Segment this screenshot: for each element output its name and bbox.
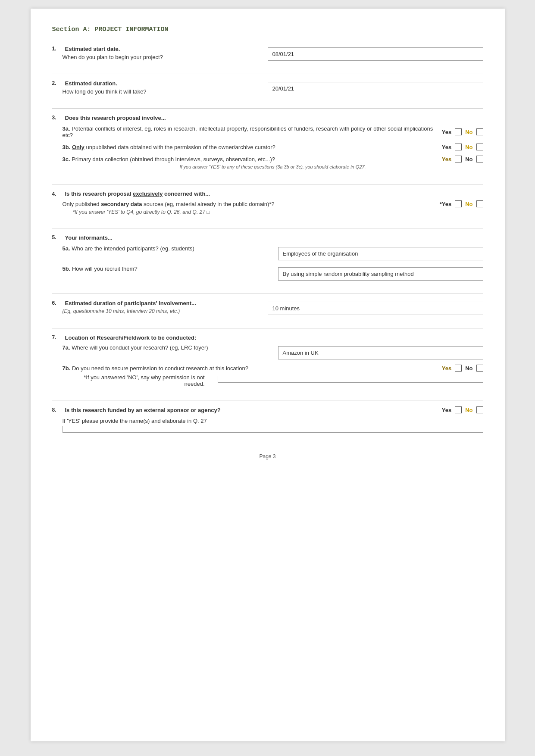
q3c-yes-label: Yes (442, 156, 451, 162)
q4-star-note: *If you answer 'YES' to Q4, go directly … (73, 209, 483, 215)
q2-label: How long do you think it will take? (63, 88, 259, 95)
q3c-text: 3c. Primary data collection (obtained th… (63, 156, 433, 162)
q7b-yes-label: Yes (442, 365, 451, 372)
q3a-no-label: No (465, 129, 472, 135)
question-8: 8. Is this research funded by an externa… (52, 406, 483, 436)
q3b-no-checkbox[interactable] (476, 144, 483, 150)
q5a-block: 5a. Who are the intended participants? (… (63, 245, 483, 260)
q8-yn: Yes No (442, 406, 483, 413)
q3c-block: 3c. Primary data collection (obtained th… (63, 156, 483, 169)
question-7: 7. Location of Research/Fieldwork to be … (52, 334, 483, 390)
q8-sub-note: If 'YES' please provide the name(s) and … (63, 418, 483, 424)
q8-yes-label: Yes (442, 407, 451, 413)
q3b-yes-label: Yes (442, 144, 451, 150)
q5b-input[interactable]: By using simple random probability sampl… (278, 267, 483, 281)
q4-title: Is this research proposal exclusively co… (65, 191, 210, 197)
question-4: 4. Is this research proposal exclusively… (52, 191, 483, 219)
q8-title: Is this research funded by an external s… (65, 407, 433, 413)
q7a-text: 7a. Where will you conduct your research… (63, 344, 208, 351)
question-6: 6. Estimated duration of participants' i… (52, 300, 483, 319)
q3b-yes-checkbox[interactable] (455, 144, 462, 150)
q8-no-label: No (465, 407, 472, 413)
q3-number: 3. (52, 115, 62, 121)
q4-text: Only published secondary data sources (e… (63, 201, 431, 207)
q7a-input[interactable]: Amazon in UK (278, 346, 483, 359)
page-footer: Page 3 (52, 453, 483, 459)
q3c-no-checkbox[interactable] (476, 156, 483, 162)
q4-no-checkbox[interactable] (476, 200, 483, 207)
q7b-no-label: No (465, 365, 472, 372)
q8-input[interactable] (63, 426, 483, 433)
question-1: 1. Estimated start date. When do you pla… (52, 46, 483, 64)
q1-title: Estimated start date. (65, 46, 120, 52)
q4-no-label: No (465, 201, 472, 207)
q3-title: Does this research proposal involve... (65, 115, 166, 121)
q7b-yn: Yes No (442, 365, 483, 372)
q3b-yn: Yes No (442, 144, 483, 150)
q6-number: 6. (52, 300, 62, 306)
q6-sub: (Eg, questionnaire 10 mins, Interview 20… (63, 308, 259, 314)
question-5: 5. Your informants... 5a. Who are the in… (52, 234, 483, 284)
q5a-text: 5a. Who are the intended participants? (… (63, 245, 194, 252)
q7b-no-checkbox[interactable] (476, 365, 483, 372)
q7b-sub-note: *If you answered 'NO', say why permissio… (63, 374, 209, 387)
q3a-yn: Yes No (442, 128, 483, 135)
q5-number: 5. (52, 234, 62, 241)
q3a-block: 3a. Potential conflicts of interest, eg.… (63, 125, 483, 138)
q1-label: When do you plan to begin your project? (63, 54, 259, 60)
q7-title: Location of Research/Fieldwork to be con… (65, 334, 197, 341)
q3c-yn: Yes No (442, 156, 483, 162)
q2-number: 2. (52, 80, 62, 86)
q3c-yes-checkbox[interactable] (455, 156, 462, 162)
q7b-text: 7b. Do you need to secure permission to … (63, 365, 433, 372)
q5-title: Your informants... (65, 234, 113, 241)
q3b-text: 3b. Only unpublished data obtained with … (63, 144, 433, 150)
question-3: 3. Does this research proposal involve..… (52, 115, 483, 175)
q7b-yes-checkbox[interactable] (455, 365, 462, 372)
q3c-no-label: No (465, 156, 472, 162)
question-2: 2. Estimated duration. How long do you t… (52, 80, 483, 99)
q5b-block: 5b. How will you recruit them? By using … (63, 266, 483, 281)
q3c-note: If you answer 'YES' to any of these ques… (63, 164, 483, 169)
q7b-input[interactable] (218, 376, 483, 383)
q4-number: 4. (52, 191, 62, 197)
q2-input[interactable]: 20/01/21 (268, 82, 483, 95)
q7-number: 7. (52, 334, 62, 341)
q3b-no-label: No (465, 144, 472, 150)
q3a-yes-checkbox[interactable] (455, 128, 462, 135)
q1-input[interactable]: 08/01/21 (268, 47, 483, 61)
page: Section A: PROJECT INFORMATION 1. Estima… (31, 9, 505, 741)
q4-yn: *Yes No (440, 200, 483, 207)
q3a-no-checkbox[interactable] (476, 128, 483, 135)
q2-title: Estimated duration. (65, 80, 117, 87)
q8-number: 8. (52, 407, 62, 413)
section-title: Section A: PROJECT INFORMATION (52, 26, 483, 36)
q1-number: 1. (52, 46, 62, 52)
q4-yes-label: *Yes (440, 201, 451, 207)
q7a-block: 7a. Where will you conduct your research… (63, 344, 483, 359)
q8-yes-checkbox[interactable] (455, 406, 462, 413)
q4-yes-checkbox[interactable] (455, 200, 462, 207)
q3b-block: 3b. Only unpublished data obtained with … (63, 144, 483, 150)
q5a-input[interactable]: Employees of the organisation (278, 247, 483, 260)
q7b-block: 7b. Do you need to secure permission to … (63, 365, 483, 387)
q3a-text: 3a. Potential conflicts of interest, eg.… (63, 125, 433, 138)
q3a-yes-label: Yes (442, 129, 451, 135)
q6-input[interactable]: 10 minutes (268, 302, 483, 315)
q8-no-checkbox[interactable] (476, 406, 483, 413)
q6-title: Estimated duration of participants' invo… (65, 300, 196, 306)
q5b-text: 5b. How will you recruit them? (63, 266, 138, 272)
